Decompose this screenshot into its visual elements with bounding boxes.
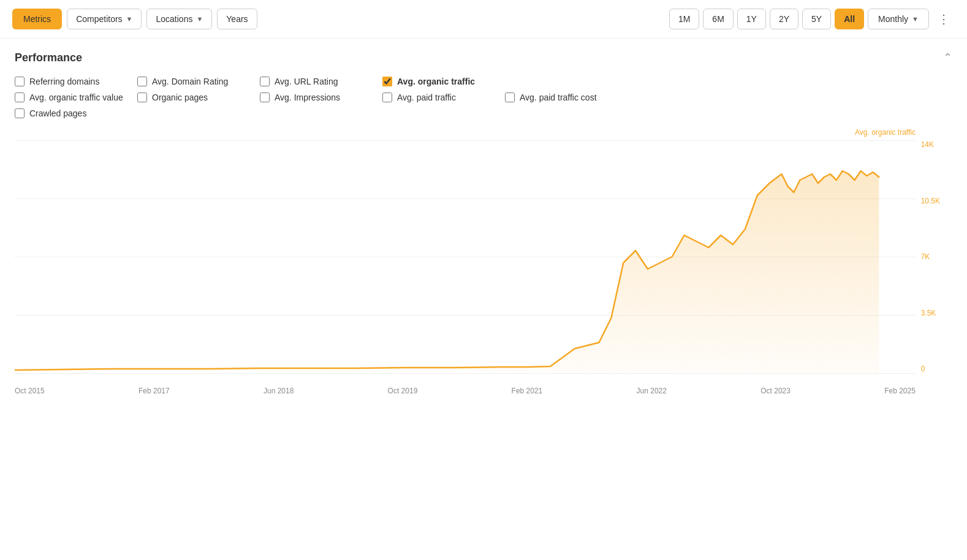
avg-organic-value-checkbox[interactable] xyxy=(15,93,25,102)
checkbox-row-1: Referring domains Avg. Domain Rating Avg… xyxy=(15,77,952,86)
checkbox-item-referring-domains: Referring domains xyxy=(15,77,137,86)
checkbox-item-organic-pages: Organic pages xyxy=(137,93,260,102)
avg-url-rating-label[interactable]: Avg. URL Rating xyxy=(275,77,338,86)
avg-paid-cost-checkbox[interactable] xyxy=(505,93,515,102)
time-6m-button[interactable]: 6M xyxy=(703,9,733,29)
x-label-feb2021: Feb 2021 xyxy=(512,387,543,395)
performance-title: Performance xyxy=(15,51,82,64)
checkbox-item-avg-impressions: Avg. Impressions xyxy=(260,93,382,102)
x-label-jun2022: Jun 2022 xyxy=(637,387,667,395)
competitors-chevron-icon: ▼ xyxy=(126,15,133,23)
chart-series-label: Avg. organic traffic xyxy=(15,128,952,137)
monthly-chevron-icon: ▼ xyxy=(912,15,919,23)
checkbox-item-avg-domain-rating: Avg. Domain Rating xyxy=(137,77,260,86)
chart-wrapper: 14K 10.5K 7K 3.5K 0 Oct 2015 Feb 2017 Ju… xyxy=(15,140,952,398)
avg-impressions-checkbox[interactable] xyxy=(260,93,270,102)
checkbox-item-avg-paid-traffic: Avg. paid traffic xyxy=(382,93,505,102)
referring-domains-label[interactable]: Referring domains xyxy=(29,77,99,86)
x-label-feb2017: Feb 2017 xyxy=(138,387,170,395)
top-bar: Metrics Competitors ▼ Locations ▼ Years … xyxy=(0,0,967,39)
time-1y-button[interactable]: 1Y xyxy=(737,9,766,29)
x-label-feb2025: Feb 2025 xyxy=(884,387,916,395)
time-2y-button[interactable]: 2Y xyxy=(770,9,798,29)
checkbox-item-avg-organic-traffic: Avg. organic traffic xyxy=(382,77,505,86)
x-label-oct2015: Oct 2015 xyxy=(15,387,45,395)
avg-paid-cost-label[interactable]: Avg. paid traffic cost xyxy=(520,93,597,102)
y-label-10-5k: 10.5K xyxy=(921,197,940,205)
crawled-pages-label[interactable]: Crawled pages xyxy=(29,108,86,118)
checkbox-item-avg-paid-cost: Avg. paid traffic cost xyxy=(505,93,628,102)
checkbox-item-crawled-pages: Crawled pages xyxy=(15,108,137,118)
checkbox-row-3: Crawled pages xyxy=(15,108,952,118)
checkbox-item-avg-url-rating: Avg. URL Rating xyxy=(260,77,382,86)
y-label-0: 0 xyxy=(921,365,940,373)
competitors-button[interactable]: Competitors ▼ xyxy=(67,9,142,29)
right-controls: 1M 6M 1Y 2Y 5Y All Monthly ▼ ⋮ xyxy=(669,9,955,29)
locations-label: Locations xyxy=(156,14,192,24)
avg-organic-traffic-checkbox[interactable] xyxy=(382,77,392,86)
competitors-label: Competitors xyxy=(76,14,122,24)
y-axis: 14K 10.5K 7K 3.5K 0 xyxy=(921,140,940,373)
y-label-7k: 7K xyxy=(921,252,940,261)
y-label-3-5k: 3.5K xyxy=(921,309,940,317)
chart-svg xyxy=(15,140,916,373)
more-options-button[interactable]: ⋮ xyxy=(933,9,955,29)
collapse-button[interactable]: ⌃ xyxy=(943,51,952,64)
performance-header: Performance ⌃ xyxy=(15,51,952,64)
time-5y-button[interactable]: 5Y xyxy=(802,9,831,29)
locations-chevron-icon: ▼ xyxy=(196,15,203,23)
avg-organic-value-label[interactable]: Avg. organic traffic value xyxy=(29,93,123,102)
organic-pages-checkbox[interactable] xyxy=(137,93,147,102)
avg-paid-traffic-label[interactable]: Avg. paid traffic xyxy=(397,93,456,102)
grid-line-bottom xyxy=(15,373,916,374)
monthly-button[interactable]: Monthly ▼ xyxy=(868,9,929,29)
years-label: Years xyxy=(226,14,248,24)
crawled-pages-checkbox[interactable] xyxy=(15,108,25,118)
referring-domains-checkbox[interactable] xyxy=(15,77,25,86)
x-axis: Oct 2015 Feb 2017 Jun 2018 Oct 2019 Feb … xyxy=(15,376,916,398)
avg-impressions-label[interactable]: Avg. Impressions xyxy=(275,93,340,102)
avg-url-rating-checkbox[interactable] xyxy=(260,77,270,86)
organic-pages-label[interactable]: Organic pages xyxy=(152,93,208,102)
avg-organic-traffic-label[interactable]: Avg. organic traffic xyxy=(397,77,475,86)
chart-area: Avg. organic traffic xyxy=(15,128,952,422)
x-label-oct2023: Oct 2023 xyxy=(760,387,791,395)
x-label-jun2018: Jun 2018 xyxy=(264,387,294,395)
checkboxes-container: Referring domains Avg. Domain Rating Avg… xyxy=(15,77,952,118)
avg-paid-traffic-checkbox[interactable] xyxy=(382,93,392,102)
left-controls: Metrics Competitors ▼ Locations ▼ Years xyxy=(12,9,257,29)
monthly-label: Monthly xyxy=(878,14,908,24)
years-button[interactable]: Years xyxy=(217,9,257,29)
checkbox-item-avg-organic-value: Avg. organic traffic value xyxy=(15,93,137,102)
avg-domain-rating-checkbox[interactable] xyxy=(137,77,147,86)
performance-section: Performance ⌃ Referring domains Avg. Dom… xyxy=(0,39,967,434)
checkbox-row-2: Avg. organic traffic value Organic pages… xyxy=(15,93,952,102)
x-label-oct2019: Oct 2019 xyxy=(388,387,418,395)
metrics-button[interactable]: Metrics xyxy=(12,9,62,29)
y-label-14k: 14K xyxy=(921,140,940,149)
time-all-button[interactable]: All xyxy=(835,9,864,29)
avg-domain-rating-label[interactable]: Avg. Domain Rating xyxy=(152,77,228,86)
locations-button[interactable]: Locations ▼ xyxy=(146,9,212,29)
time-1m-button[interactable]: 1M xyxy=(669,9,699,29)
